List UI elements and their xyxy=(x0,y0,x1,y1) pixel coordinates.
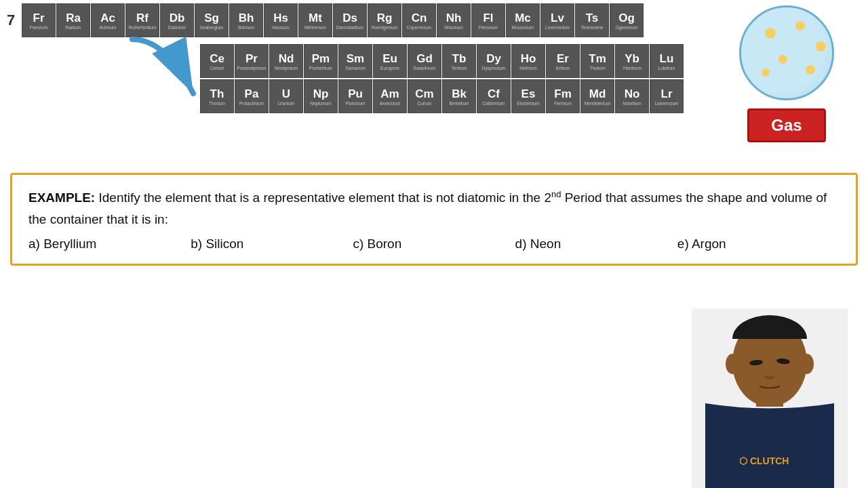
actinide-cell-es[interactable]: EsEinsteinium xyxy=(511,79,545,113)
actinide-cell-fm[interactable]: FmFermium xyxy=(546,79,580,113)
row-number: 7 xyxy=(7,3,22,29)
actinide-cell-no[interactable]: NoNobelium xyxy=(615,79,649,113)
choice-b: b) Silicon xyxy=(191,237,353,251)
lanthanide-cell-pr[interactable]: PrPraseodymium xyxy=(235,44,269,78)
actinide-cell-bk[interactable]: BkBerkelium xyxy=(442,79,476,113)
actinide-cell-md[interactable]: MdMendelevium xyxy=(580,79,614,113)
example-body: Identify the element that is a represent… xyxy=(95,190,551,205)
element-cell-hs[interactable]: HsHassium xyxy=(264,3,298,37)
lanthanide-cell-pm[interactable]: PmPromethium xyxy=(304,44,338,78)
example-box: EXAMPLE: Identify the element that is a … xyxy=(10,173,858,266)
lanthanide-cell-ce[interactable]: CeCerium xyxy=(200,44,234,78)
circle-diagram xyxy=(739,5,834,100)
element-cell-bh[interactable]: BhBohrium xyxy=(229,3,263,37)
actinide-cell-np[interactable]: NpNeptunium xyxy=(304,79,338,113)
element-cell-ac[interactable]: AcActinium xyxy=(91,3,125,37)
actinide-cell-am[interactable]: AmAmericium xyxy=(373,79,407,113)
lanthanide-row: CeCeriumPrPraseodymiumNdNeodymiumPmProme… xyxy=(200,44,684,78)
particle-4 xyxy=(806,65,815,75)
particle-0 xyxy=(765,28,776,39)
lanthanide-cell-tb[interactable]: TbTerbium xyxy=(442,44,476,78)
element-cell-lv[interactable]: LvLivermorium xyxy=(540,3,574,37)
choice-d: d) Neon xyxy=(515,237,677,251)
lanthanide-cell-nd[interactable]: NdNeodymium xyxy=(269,44,303,78)
choice-c: c) Boron xyxy=(353,237,515,251)
actinide-cell-lr[interactable]: LrLawrencium xyxy=(650,79,684,113)
lanthanide-cell-gd[interactable]: GdGadolinium xyxy=(408,44,441,78)
choices-row: a) Berylliumb) Siliconc) Borond) Neone) … xyxy=(28,237,840,251)
lanthanide-cell-er[interactable]: ErErbium xyxy=(546,44,580,78)
lanthanide-cell-yb[interactable]: YbYtterbium xyxy=(615,44,649,78)
element-cell-og[interactable]: OgOganesson xyxy=(610,3,644,37)
lanthanide-cell-eu[interactable]: EuEuropium xyxy=(373,44,407,78)
particle-1 xyxy=(795,21,805,30)
superscript: nd xyxy=(551,189,561,199)
person-container xyxy=(692,308,848,488)
actinide-cell-u[interactable]: UUranium xyxy=(269,79,303,113)
lanthanide-cell-tm[interactable]: TmThulium xyxy=(580,44,614,78)
element-cell-fl[interactable]: FlFlerovium xyxy=(471,3,505,37)
element-cell-fr[interactable]: FrFrancium xyxy=(22,3,56,37)
actinide-cell-cf[interactable]: CfCalifornium xyxy=(477,79,511,113)
actinide-cell-cm[interactable]: CmCurium xyxy=(408,79,441,113)
choice-e: e) Argon xyxy=(677,237,840,251)
actinide-cell-pu[interactable]: PuPlutonium xyxy=(338,79,372,113)
element-cell-ts[interactable]: TsTennessine xyxy=(575,3,609,37)
actinide-cell-pa[interactable]: PaProtactinium xyxy=(235,79,269,113)
actinide-cell-th[interactable]: ThThorium xyxy=(200,79,234,113)
particle-2 xyxy=(816,41,826,52)
element-cell-nh[interactable]: NhNihonium xyxy=(437,3,471,37)
lanthanide-cell-dy[interactable]: DyDysprosium xyxy=(477,44,511,78)
element-cell-ds[interactable]: DsDarmstadtium xyxy=(333,3,367,37)
gas-button[interactable]: Gas xyxy=(747,108,825,142)
choice-a: a) Beryllium xyxy=(28,237,191,251)
element-cell-mt[interactable]: MtMeitnerium xyxy=(298,3,332,37)
element-cell-cn[interactable]: CnCopernicium xyxy=(402,3,436,37)
row7-elements: FrFranciumRaRadiumAcActiniumRfRutherford… xyxy=(22,3,644,37)
lanthanide-cell-lu[interactable]: LuLutetium xyxy=(650,44,684,78)
lanthanide-cell-sm[interactable]: SmSamarium xyxy=(338,44,372,78)
element-cell-ra[interactable]: RaRadium xyxy=(56,3,90,37)
example-prefix: EXAMPLE: xyxy=(28,190,95,205)
particle-3 xyxy=(778,55,787,64)
lanthanide-cell-ho[interactable]: HoHolmium xyxy=(511,44,545,78)
particle-5 xyxy=(762,68,770,77)
actinide-row: ThThoriumPaProtactiniumUUraniumNpNeptuni… xyxy=(200,79,684,113)
element-cell-mc[interactable]: McMoscovium xyxy=(506,3,540,37)
element-cell-rg[interactable]: RgRoentgenium xyxy=(368,3,401,37)
example-text: EXAMPLE: Identify the element that is a … xyxy=(28,187,840,230)
right-panel: Gas xyxy=(705,0,868,148)
